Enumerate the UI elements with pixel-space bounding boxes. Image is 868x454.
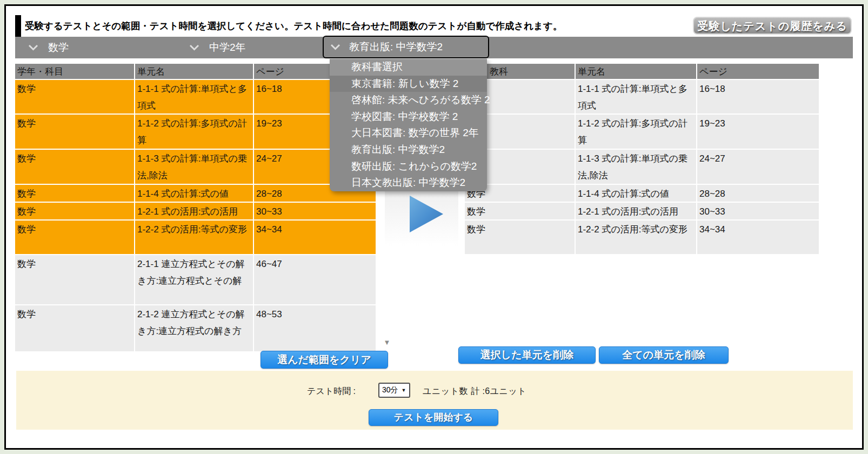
cell-unit: 1-1-2 式の計算:多項式の計算 [135,115,254,149]
cell-pages: 16~18 [697,80,819,114]
cell-subject: 数学 [465,221,576,254]
cell-subject: 数学 [465,203,576,219]
table-row[interactable]: 数学 1-1-1 式の計算:単項式と多項式 16~18 [15,80,376,115]
subject-dropdown[interactable]: 数学 [28,37,69,58]
cell-unit: 2-1-1 連立方程式とその解き方:連立方程式とその解 [135,255,254,304]
chosen-units-table: 教科 単元名 ページ 数学 1-1-1 式の計算:単項式と多項式 16~18 数… [465,64,819,256]
textbook-dropdown-value: 教育出版: 中学数学2 [349,40,443,54]
unit-count-text: ユニット数 計 :6ユニット [423,386,526,397]
chevron-down-icon [189,44,199,51]
menu-item-gakkotosho[interactable]: 学校図書: 中学校数学 2 [330,109,487,125]
cell-unit: 1-2-1 式の活用:式の活用 [576,203,697,219]
cell-subject: 数学 [15,221,135,254]
cell-unit: 1-2-2 式の活用:等式の変形 [576,221,697,254]
table-row[interactable]: 数学 1-2-2 式の活用:等式の変形 34~34 [465,221,819,255]
table-header-row: 教科 単元名 ページ [465,64,819,80]
cell-unit: 1-1-3 式の計算:単項式の乗法,除法 [135,150,254,184]
cell-subject: 数学 [15,305,135,351]
cell-pages: 24~27 [697,150,819,184]
menu-item-keirinkan[interactable]: 啓林館: 未来へひろがる数学 2 [330,92,487,109]
cell-subject: 数学 [15,115,135,149]
menu-item-dainippontosho[interactable]: 大日本図書: 数学の世界 2年 [330,125,487,142]
history-button[interactable]: 受験したテストの履歴をみる [693,17,852,35]
table-row[interactable]: 数学 2-1-2 連立方程式とその解き方:連立方程式の解き方 48~53 [15,305,376,352]
menu-item-sukenshuppan[interactable]: 数研出版: これからの数学2 [330,158,487,175]
test-time-value: 30分 [382,385,398,395]
subject-dropdown-value: 数学 [48,41,69,55]
cell-subject: 数学 [15,80,135,114]
cell-pages: 46~47 [254,255,376,304]
cell-unit: 1-1-1 式の計算:単項式と多項式 [576,80,697,114]
cell-unit: 1-1-4 式の計算:式の値 [576,185,697,202]
table-row[interactable]: 数学 1-1-3 式の計算:単項式の乗法,除法 24~27 [465,150,819,185]
textbook-menu: 教科書選択 東京書籍: 新しい数学 2 啓林館: 未来へひろがる数学 2 学校図… [330,59,487,191]
table-row[interactable]: 数学 1-1-1 式の計算:単項式と多項式 16~18 [465,80,819,115]
cell-unit: 1-1-1 式の計算:単項式と多項式 [135,80,254,114]
test-time-select[interactable]: 30分 ▼ [378,383,410,398]
menu-item-nihonbunkyoshuppan[interactable]: 日本文教出版: 中学数学2 [330,175,487,191]
cell-unit: 1-1-4 式の計算:式の値 [135,185,254,202]
cell-unit: 2-1-2 連立方程式とその解き方:連立方程式の解き方 [135,305,254,351]
table-row[interactable]: 数学 1-1-4 式の計算:式の値 28~28 [465,185,819,203]
cell-pages: 48~53 [254,305,376,351]
select-arrow-icon: ▼ [402,388,406,393]
cell-subject: 数学 [15,150,135,184]
chevron-down-icon [28,44,38,51]
menu-item-kyoikushuppan[interactable]: 教育出版: 中学数学2 [330,142,487,158]
table-row[interactable]: 数学 1-1-2 式の計算:多項式の計算 19~23 [465,115,819,150]
cell-pages: 19~23 [697,115,819,149]
cell-pages: 30~33 [697,203,819,219]
unit-selection-table: 学年・科目 単元名 ページ 数学 1-1-1 式の計算:単項式と多項式 16~1… [15,64,376,352]
cell-unit: 1-2-1 式の活用:式の活用 [135,203,254,219]
delete-all-units-button[interactable]: 全ての単元を削除 [599,346,729,364]
cell-pages: 28~28 [697,185,819,202]
header-subject: 学年・科目 [15,64,135,79]
cell-subject: 数学 [15,255,135,304]
menu-item-tokyoshoseki[interactable]: 東京書籍: 新しい数学 2 [330,76,487,92]
scroll-down-icon[interactable]: ▼ [382,338,392,348]
table-row[interactable]: 数学 1-1-3 式の計算:単項式の乗法,除法 24~27 [15,150,376,185]
grade-dropdown-value: 中学2年 [209,41,246,55]
test-time-label: テスト時間 : [307,386,356,397]
menu-item-placeholder[interactable]: 教科書選択 [330,59,487,76]
table-row[interactable]: 数学 1-2-1 式の活用:式の活用 30~33 [465,203,819,221]
cell-unit: 1-1-3 式の計算:単項式の乗法,除法 [576,150,697,184]
instruction-text: 受験するテストとその範囲・テスト時間を選択してください。テスト時間に合わせた問題… [25,19,562,32]
header-pages: ページ [697,64,819,79]
cell-pages: 30~33 [254,203,376,219]
header-unit: 単元名 [135,64,254,79]
header-unit: 単元名 [576,64,697,79]
clear-selection-button[interactable]: 選んだ範囲をクリア [261,351,388,369]
instruction-accent-bar [15,15,21,37]
table-header-row: 学年・科目 単元名 ページ [15,64,376,80]
cell-pages: 34~34 [254,221,376,254]
textbook-dropdown[interactable]: 教育出版: 中学数学2 [323,36,489,58]
table-row[interactable]: 数学 1-2-1 式の活用:式の活用 30~33 [15,203,376,221]
delete-selected-units-button[interactable]: 選択した単元を削除 [458,346,596,364]
start-test-button[interactable]: テストを開始する [369,409,498,426]
cell-unit: 1-2-2 式の活用:等式の変形 [135,221,254,254]
table-row[interactable]: 数学 2-1-1 連立方程式とその解き方:連立方程式とその解 46~47 [15,255,376,305]
cell-subject: 数学 [15,203,135,219]
cell-subject: 数学 [15,185,135,202]
cell-unit: 1-1-2 式の計算:多項式の計算 [576,115,697,149]
cell-pages: 34~34 [697,221,819,254]
table-row[interactable]: 数学 1-1-2 式の計算:多項式の計算 19~23 [15,115,376,150]
table-row[interactable]: 数学 1-2-2 式の活用:等式の変形 34~34 [15,221,376,255]
table-row[interactable]: 数学 1-1-4 式の計算:式の値 28~28 [15,185,376,203]
grade-dropdown[interactable]: 中学2年 [189,37,246,58]
chevron-down-icon [330,44,340,50]
